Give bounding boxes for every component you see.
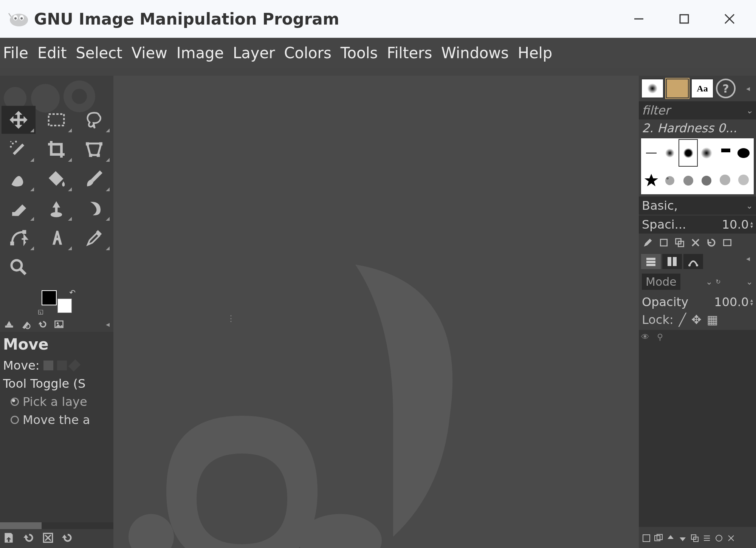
fuzzy-select-tool[interactable] — [2, 135, 36, 163]
filter-chevron-icon[interactable]: ⌄ — [746, 106, 753, 115]
lock-alpha-icon[interactable]: ▦ — [707, 313, 718, 327]
menu-tools[interactable]: Tools — [341, 44, 378, 62]
fonts-tab[interactable]: Aa — [691, 79, 714, 98]
options-scrollbar[interactable] — [0, 522, 113, 529]
move-layer-icon[interactable] — [43, 361, 53, 370]
delete-layer-icon[interactable] — [726, 533, 736, 543]
brush-sponge[interactable] — [734, 167, 752, 193]
move-path-icon[interactable] — [68, 359, 81, 372]
brush-filter-input[interactable]: filter ⌄ — [639, 101, 756, 119]
raise-layer-icon[interactable] — [665, 533, 676, 543]
zoom-tool[interactable] — [2, 253, 36, 281]
eraser-tool[interactable] — [2, 194, 36, 222]
smudge-tool[interactable] — [77, 194, 111, 222]
brush-soft-large[interactable] — [698, 140, 716, 166]
mask-layer-icon[interactable] — [714, 533, 724, 543]
edit-brush-icon[interactable] — [641, 236, 655, 249]
layer-mode-select[interactable]: Mode — [642, 274, 680, 290]
channels-tab[interactable] — [662, 254, 682, 269]
dock-menu-icon[interactable]: ◂ — [106, 320, 113, 329]
mode-chevron2-icon[interactable]: ⌄ — [746, 277, 753, 286]
brush-splatter-3[interactable] — [698, 167, 716, 193]
layers-dock-menu-icon[interactable]: ◂ — [746, 254, 754, 269]
patterns-tab[interactable] — [666, 79, 689, 98]
help-icon[interactable]: ? — [716, 79, 736, 98]
menu-edit[interactable]: Edit — [37, 44, 67, 62]
brush-splatter-2[interactable] — [679, 167, 697, 193]
merge-layer-icon[interactable] — [702, 533, 712, 543]
brush-hard[interactable] — [734, 140, 752, 166]
brush-grunge[interactable] — [716, 167, 734, 193]
brush-soft-small[interactable] — [661, 140, 679, 166]
brush-star[interactable] — [643, 167, 660, 193]
minimize-button[interactable] — [631, 11, 646, 26]
tool-options-tab[interactable] — [2, 318, 17, 331]
brush-block[interactable] — [716, 140, 734, 166]
images-tab[interactable] — [51, 318, 67, 331]
menu-filters[interactable]: Filters — [387, 44, 432, 62]
brush-preset-select[interactable]: Basic, ⌄ — [639, 197, 756, 215]
new-brush-icon[interactable] — [657, 236, 671, 249]
new-group-icon[interactable] — [653, 533, 664, 543]
brushes-dock-menu-icon[interactable]: ◂ — [746, 84, 754, 93]
move-tool[interactable] — [2, 106, 36, 134]
brushes-tab[interactable] — [641, 79, 664, 98]
color-swatch[interactable]: ↶ ◱ — [42, 290, 72, 313]
menu-view[interactable]: View — [132, 44, 167, 62]
free-select-tool[interactable] — [77, 106, 111, 134]
link-icon[interactable]: ⚲ — [657, 332, 663, 342]
layers-tab[interactable] — [641, 254, 661, 269]
menu-help[interactable]: Help — [518, 44, 552, 62]
layers-list[interactable]: 👁 ⚲ — [639, 330, 756, 527]
paths-tab[interactable] — [683, 254, 703, 269]
brush-splatter-1[interactable] — [661, 167, 679, 193]
brush-hardness-050[interactable] — [679, 140, 697, 166]
menu-colors[interactable]: Colors — [284, 44, 332, 62]
move-active-radio[interactable] — [11, 416, 19, 424]
bucket-fill-tool[interactable] — [39, 165, 73, 193]
paintbrush-tool[interactable] — [77, 165, 111, 193]
opacity-value[interactable]: 100.0 — [714, 295, 749, 309]
pick-layer-radio[interactable] — [11, 398, 19, 406]
spacing-stepper-icon[interactable]: ▴▾ — [750, 221, 753, 228]
move-selection-icon[interactable] — [57, 361, 67, 370]
reset-tool-options-icon[interactable] — [61, 531, 74, 546]
device-status-tab[interactable]: i — [18, 318, 33, 331]
delete-tool-preset-icon[interactable] — [42, 531, 54, 546]
crop-tool[interactable] — [39, 135, 73, 163]
preset-chevron-icon[interactable]: ⌄ — [746, 201, 753, 211]
menu-layer[interactable]: Layer — [233, 44, 275, 62]
lock-position-icon[interactable]: ✥ — [691, 313, 702, 327]
color-picker-tool[interactable] — [77, 224, 111, 252]
lower-layer-icon[interactable] — [677, 533, 688, 543]
warp-tool[interactable] — [2, 165, 36, 193]
new-layer-icon[interactable] — [641, 533, 652, 543]
delete-brush-icon[interactable] — [689, 236, 702, 249]
brush-spacing-input[interactable]: Spaci... 10.0 ▴▾ — [639, 215, 756, 234]
swap-colors-icon[interactable]: ↶ — [69, 288, 76, 297]
menu-image[interactable]: Image — [177, 44, 224, 62]
foreground-color[interactable] — [42, 290, 57, 305]
background-color[interactable] — [57, 299, 72, 313]
lock-pixels-icon[interactable]: ╱ — [679, 313, 686, 327]
unified-transform-tool[interactable] — [77, 135, 111, 163]
open-as-image-icon[interactable] — [720, 236, 734, 249]
layer-row[interactable]: 👁 ⚲ — [641, 332, 754, 342]
close-button[interactable] — [722, 11, 737, 26]
brush-pixel[interactable] — [643, 140, 660, 166]
paths-tool[interactable] — [2, 224, 36, 252]
refresh-brushes-icon[interactable] — [705, 236, 718, 249]
restore-tool-preset-icon[interactable] — [22, 531, 35, 546]
menu-windows[interactable]: Windows — [441, 44, 509, 62]
duplicate-layer-icon[interactable] — [689, 533, 700, 543]
opacity-stepper-icon[interactable]: ▴▾ — [750, 298, 753, 306]
menu-file[interactable]: File — [3, 44, 28, 62]
mode-chevron-icon[interactable]: ⌄ — [706, 277, 713, 286]
maximize-button[interactable] — [677, 11, 692, 26]
reset-colors-icon[interactable]: ◱ — [38, 308, 43, 315]
clone-tool[interactable] — [39, 194, 73, 222]
visibility-icon[interactable]: 👁 — [641, 332, 649, 342]
save-tool-preset-icon[interactable] — [2, 531, 15, 546]
undo-history-tab[interactable] — [35, 318, 50, 331]
canvas-area[interactable]: ⋮ — [113, 76, 639, 548]
